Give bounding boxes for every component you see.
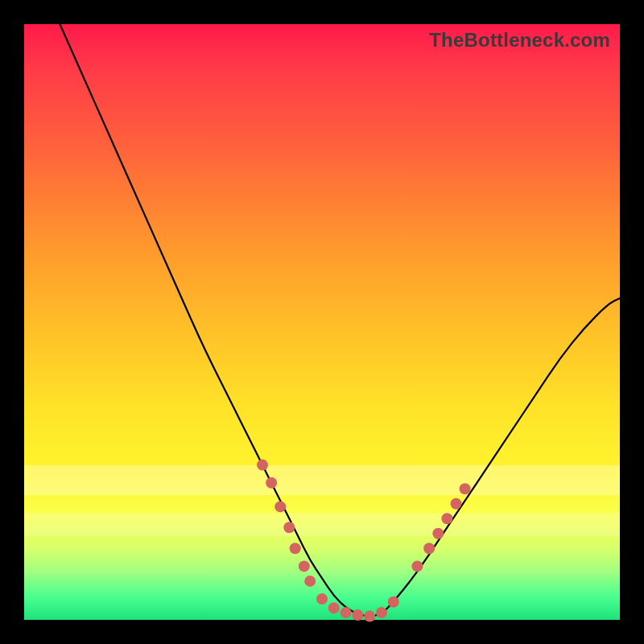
highlight-dot xyxy=(304,576,316,587)
highlight-dot xyxy=(352,609,363,621)
highlight-dot xyxy=(299,560,310,572)
highlight-dot xyxy=(432,528,444,539)
highlight-dot xyxy=(257,460,268,471)
highlight-dot xyxy=(388,597,399,608)
curve-svg xyxy=(24,24,620,620)
highlight-dot xyxy=(376,607,387,618)
highlight-dot xyxy=(266,477,277,489)
highlight-dot xyxy=(423,543,435,554)
highlight-dot xyxy=(441,513,452,524)
plot-area: TheBottleneck.com xyxy=(24,24,620,620)
highlight-dot xyxy=(290,543,301,554)
highlight-dot xyxy=(341,607,352,618)
highlight-dot xyxy=(411,560,423,572)
highlight-dot xyxy=(316,593,328,605)
highlight-dot xyxy=(451,498,462,510)
highlight-dot xyxy=(364,611,375,622)
highlight-dot xyxy=(460,483,471,494)
highlight-dot xyxy=(275,501,286,512)
outer-frame: TheBottleneck.com xyxy=(0,0,644,644)
highlight-dot xyxy=(328,602,340,613)
highlight-dot xyxy=(283,522,295,533)
bottleneck-curve xyxy=(60,24,620,616)
